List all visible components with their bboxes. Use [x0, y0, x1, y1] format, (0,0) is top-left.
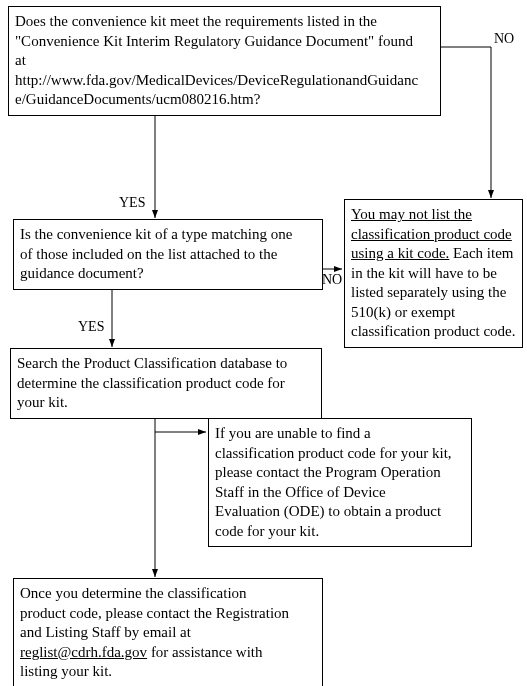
text: e/GuidanceDocuments/ucm080216.htm?	[15, 90, 434, 110]
label-yes: YES	[78, 319, 104, 335]
text: please contact the Program Operation	[215, 463, 465, 483]
text: "Convenience Kit Interim Regulatory Guid…	[15, 32, 434, 52]
action-contact-ode: If you are unable to find a classificati…	[208, 418, 472, 547]
text: of those included on the list attached t…	[20, 245, 316, 265]
text: Search the Product Classification databa…	[17, 354, 315, 374]
label-yes: YES	[119, 195, 145, 211]
text: Once you determine the classification	[20, 584, 316, 604]
text: product code, please contact the Registr…	[20, 604, 316, 624]
text: using a kit code. Each item	[351, 244, 516, 264]
text: Is the convenience kit of a type matchin…	[20, 225, 316, 245]
text: Does the convenience kit meet the requir…	[15, 12, 434, 32]
text: in the kit will have to be	[351, 264, 516, 284]
label-no: NO	[494, 31, 514, 47]
text: You may not list the	[351, 205, 516, 225]
text: determine the classification product cod…	[17, 374, 315, 394]
text: 510(k) or exempt	[351, 303, 516, 323]
text: code for your kit.	[215, 522, 465, 542]
text: Evaluation (ODE) to obtain a product	[215, 502, 465, 522]
decision-kit-type: Is the convenience kit of a type matchin…	[13, 219, 323, 290]
text: at	[15, 51, 434, 71]
text: listed separately using the	[351, 283, 516, 303]
text: reglist@cdrh.fda.gov for assistance with	[20, 643, 316, 663]
decision-requirements: Does the convenience kit meet the requir…	[8, 6, 441, 116]
text: http://www.fda.gov/MedicalDevices/Device…	[15, 71, 434, 91]
text: and Listing Staff by email at	[20, 623, 316, 643]
text: Staff in the Office of Device	[215, 483, 465, 503]
action-search-db: Search the Product Classification databa…	[10, 348, 322, 419]
action-contact-reglist: Once you determine the classification pr…	[13, 578, 323, 686]
text: guidance document?	[20, 264, 316, 284]
text: listing your kit.	[20, 662, 316, 682]
text: classification product code.	[351, 322, 516, 342]
flowchart: Does the convenience kit meet the requir…	[0, 0, 527, 686]
text: If you are unable to find a	[215, 424, 465, 444]
text: your kit.	[17, 393, 315, 413]
text: classification product code	[351, 225, 516, 245]
outcome-cannot-list: You may not list the classification prod…	[344, 199, 523, 348]
label-no: NO	[322, 272, 342, 288]
text: classification product code for your kit…	[215, 444, 465, 464]
